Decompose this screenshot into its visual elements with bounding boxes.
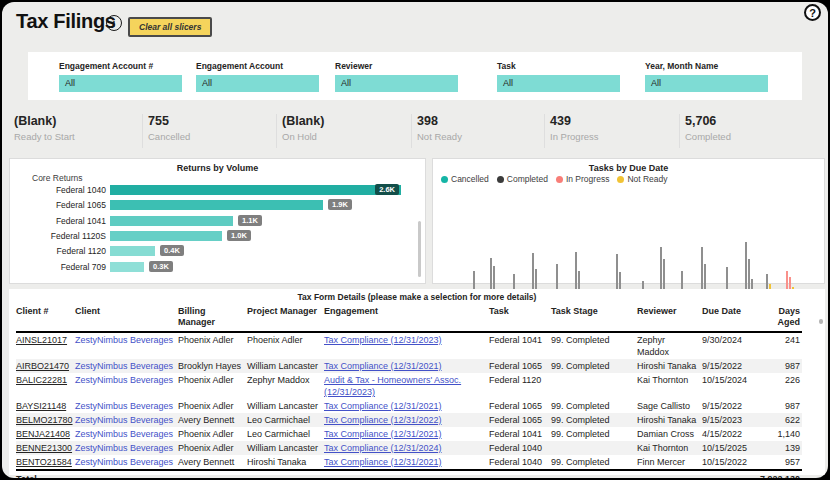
cell-client-number[interactable]: BENJA21408 [16, 427, 75, 441]
engagement-link[interactable]: Tax Compliance (12/31/2021) [324, 401, 442, 411]
engagement-link[interactable]: Tax Compliance (12/31/2021) [324, 429, 442, 439]
bar[interactable] [110, 200, 323, 210]
cell-client-link[interactable]: ZestyNimbus Beverages [75, 399, 178, 413]
column-header[interactable]: Engagement [324, 304, 489, 332]
help-icon[interactable]: ? [804, 4, 821, 21]
cell-client-number[interactable]: AINSL21017 [16, 332, 75, 359]
engagement-link[interactable]: Tax Compliance (12/31/2023) [324, 335, 442, 345]
cell-client-link[interactable]: ZestyNimbus Beverages [75, 427, 178, 441]
cell: Kai Thornton [637, 441, 702, 455]
column-header[interactable]: Client # [16, 304, 75, 332]
cell: Avery Bennett [178, 455, 247, 470]
info-icon[interactable]: i [106, 15, 122, 31]
cell-client-link[interactable]: ZestyNimbus Beverages [75, 413, 178, 427]
bar-data-label: 2.6K [375, 184, 399, 195]
column-header[interactable]: Due Date [702, 304, 759, 332]
bar-category-label: Federal 1120 [10, 246, 106, 256]
cell-client-number[interactable]: BENNE21300 [16, 441, 75, 455]
kpi-divider [411, 114, 412, 148]
cell-client-number[interactable]: BENTO21584 [16, 455, 75, 470]
legend-item[interactable]: Not Ready [617, 174, 667, 184]
engagement-link[interactable]: Tax Compliance (12/31/2022) [324, 415, 442, 425]
cell: Leo Carmichael [247, 413, 324, 427]
legend-label: Cancelled [451, 174, 489, 184]
spike-plot [433, 191, 824, 299]
cell-client-link[interactable]: ZestyNimbus Beverages [75, 455, 178, 470]
kpi-value: 439 [550, 114, 680, 128]
cell-engagement: Audit & Tax - Homeowners' Assoc. (12/31/… [324, 373, 489, 399]
clear-all-slicers-button[interactable]: Clear all slicers [128, 17, 212, 37]
total-row: Total 7,922,130 [16, 470, 802, 478]
legend-dot [441, 176, 448, 183]
slicer: Engagement Account #All [59, 61, 182, 92]
total-label: Total [16, 470, 759, 478]
cell: Zephyr Maddox [637, 332, 702, 359]
cell-client-link[interactable]: ZestyNimbus Beverages [75, 441, 178, 455]
engagement-link[interactable]: Tax Compliance (12/31/2021) [324, 457, 442, 467]
cell-days-aged: 1,140 [759, 427, 802, 441]
slicer-dropdown[interactable]: All [59, 75, 182, 92]
cell: Phoenix Adler [178, 373, 247, 399]
slicer-dropdown[interactable]: All [196, 75, 319, 92]
bar[interactable]: 2.6K [110, 185, 401, 195]
cell: 9/15/2022 [702, 359, 759, 373]
cell: Brooklyn Hayes [178, 359, 247, 373]
column-header[interactable]: Task Stage [551, 304, 637, 332]
chart-scrollbar[interactable] [418, 221, 421, 277]
tax-form-details-table: Tax Form Details (please make a selectio… [9, 289, 825, 475]
kpi-label: In Progress [550, 131, 680, 142]
bar[interactable] [110, 231, 222, 241]
cell-client-link[interactable]: ZestyNimbus Beverages [75, 373, 178, 399]
cell: 10/15/2022 [702, 455, 759, 470]
kpi-value: 5,706 [685, 114, 815, 128]
bar-axis-title: Core Returns [32, 173, 83, 183]
cell: 99. Completed [551, 359, 637, 373]
kpi-card: 439In Progress [550, 114, 680, 142]
total-value: 7,922,130 [759, 470, 802, 478]
column-header[interactable]: Reviewer [637, 304, 702, 332]
slicer-label: Reviewer [335, 61, 458, 71]
column-header[interactable]: Days Aged [759, 304, 802, 332]
bar[interactable] [110, 216, 233, 226]
engagement-link[interactable]: Tax Compliance (12/31/2021) [324, 361, 442, 371]
kpi-card: (Blank)On Hold [282, 114, 412, 142]
bar[interactable] [110, 262, 144, 272]
slicer-dropdown[interactable]: All [645, 75, 768, 92]
cell-client-number[interactable]: BALIC22281 [16, 373, 75, 399]
bar-row: Federal 10402.6K [10, 185, 425, 195]
cell: Federal 1065 [489, 413, 551, 427]
cell: 99. Completed [551, 399, 637, 413]
kpi-divider [142, 114, 143, 148]
cell-client-link[interactable]: ZestyNimbus Beverages [75, 359, 178, 373]
column-header[interactable]: Client [75, 304, 178, 332]
slicer-label: Engagement Account # [59, 61, 182, 71]
legend-item[interactable]: In Progress [556, 174, 609, 184]
slicer: Engagement AccountAll [196, 61, 319, 92]
legend-item[interactable]: Completed [497, 174, 548, 184]
cell-client-number[interactable]: BELMO21780 [16, 413, 75, 427]
cell: Federal 1065 [489, 359, 551, 373]
bar-category-label: Federal 1120S [10, 231, 106, 241]
column-header[interactable]: Project Manager [247, 304, 324, 332]
bar-data-label: 1.0K [227, 230, 251, 241]
cell-client-number[interactable]: BAYSI21148 [16, 399, 75, 413]
cell-days-aged: 987 [759, 399, 802, 413]
cell: William Lancaster [247, 359, 324, 373]
cell-client-link[interactable]: ZestyNimbus Beverages [75, 332, 178, 359]
column-header[interactable]: Task [489, 304, 551, 332]
bar[interactable] [110, 246, 155, 256]
table-row: BENTO21584ZestyNimbus BeveragesAvery Ben… [16, 455, 802, 470]
bar-row: 1.1KFederal 1041 [10, 216, 425, 226]
engagement-link[interactable]: Tax Compliance (12/31/2024) [324, 443, 442, 453]
engagement-link[interactable]: Audit & Tax - Homeowners' Assoc. (12/31/… [324, 375, 461, 397]
legend-label: In Progress [566, 174, 609, 184]
chart-title: Returns by Volume [10, 163, 425, 173]
slicer-dropdown[interactable]: All [497, 75, 620, 92]
kpi-card: 5,706Completed [685, 114, 815, 142]
cell: Federal 1040 [489, 441, 551, 455]
cell-client-number[interactable]: AIRBO21470 [16, 359, 75, 373]
slicer-dropdown[interactable]: All [335, 75, 458, 92]
table-scrollbar[interactable] [819, 319, 823, 324]
column-header[interactable]: Billing Manager [178, 304, 247, 332]
legend-item[interactable]: Cancelled [441, 174, 489, 184]
